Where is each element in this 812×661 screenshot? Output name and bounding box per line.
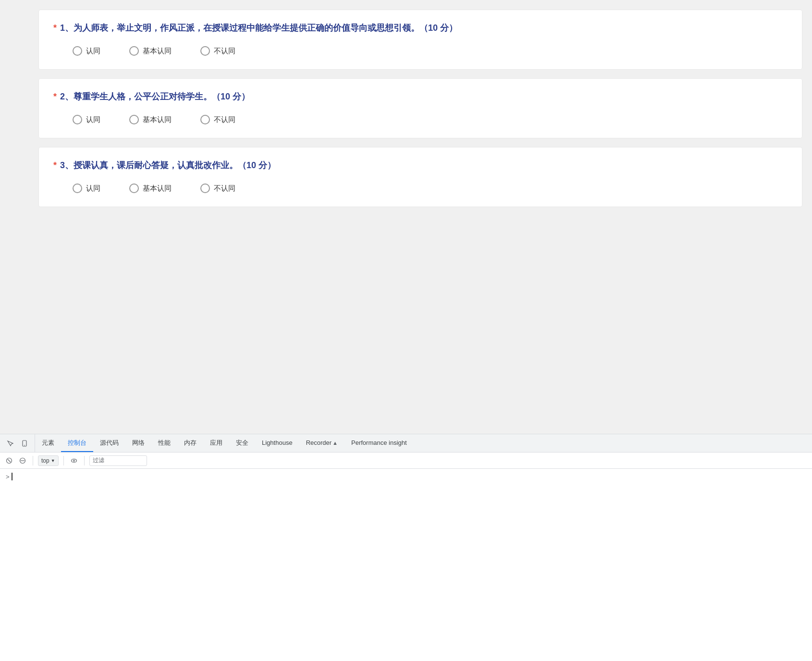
radio-q1-agree[interactable]: [73, 46, 82, 56]
question-card-1: * 1、为人师表，举止文明，作风正派，在授课过程中能给学生提供正确的价值导向或思…: [38, 10, 802, 70]
option-q2-agree[interactable]: 认同: [73, 115, 100, 124]
tab-memory-label: 内存: [184, 439, 197, 447]
option-label-q2-disagree: 不认同: [214, 115, 235, 124]
svg-line-3: [8, 459, 11, 462]
question-title-3: * 3、授课认真，课后耐心答疑，认真批改作业。（10 分）: [53, 159, 787, 172]
console-chevron-icon: >: [6, 473, 10, 480]
eye-icon-btn[interactable]: [69, 455, 79, 466]
radio-q2-disagree[interactable]: [200, 115, 210, 124]
option-q2-basic-agree[interactable]: 基本认同: [129, 115, 172, 124]
option-label-q1-disagree: 不认同: [214, 47, 235, 56]
console-prompt: >: [6, 473, 806, 480]
radio-q2-basic-agree[interactable]: [129, 115, 139, 124]
devtools-console-area[interactable]: >: [0, 469, 812, 661]
tab-network[interactable]: 网络: [125, 434, 151, 452]
tab-performance[interactable]: 性能: [151, 434, 177, 452]
tab-application[interactable]: 应用: [203, 434, 229, 452]
tab-console[interactable]: 控制台: [61, 434, 93, 452]
tab-recorder[interactable]: Recorder ▲: [299, 434, 344, 452]
tab-sources[interactable]: 源代码: [93, 434, 125, 452]
devtools-panel: 元素 控制台 源代码 网络 性能 内存 应用 安全 Lighthouse Rec…: [0, 434, 812, 661]
question-text-3: 、授课认真，课后耐心答疑，认真批改作业。（10 分）: [65, 160, 276, 170]
filter-placeholder: 过滤: [93, 456, 104, 465]
recorder-icon: ▲: [332, 440, 338, 446]
option-q1-basic-agree[interactable]: 基本认同: [129, 46, 172, 56]
option-q1-agree[interactable]: 认同: [73, 46, 100, 56]
option-label-q1-basic-agree: 基本认同: [143, 47, 172, 56]
question-number-3: 3: [60, 160, 65, 170]
tab-security-label: 安全: [236, 439, 248, 447]
devtools-icon-group: [0, 434, 35, 452]
question-card-2: * 2、尊重学生人格，公平公正对待学生。（10 分） 认同 基本认同 不认同: [38, 78, 802, 138]
question-number-2: 2: [60, 92, 65, 101]
tab-network-label: 网络: [132, 439, 145, 447]
tab-recorder-label: Recorder: [306, 439, 332, 446]
question-title-2: * 2、尊重学生人格，公平公正对待学生。（10 分）: [53, 90, 787, 103]
tab-lighthouse[interactable]: Lighthouse: [255, 434, 299, 452]
option-label-q3-basic-agree: 基本认同: [143, 184, 172, 193]
tab-elements-label: 元素: [42, 439, 54, 447]
context-selector-label: top: [41, 457, 49, 464]
tab-application-label: 应用: [210, 439, 222, 447]
tab-security[interactable]: 安全: [229, 434, 255, 452]
option-label-q2-basic-agree: 基本认同: [143, 115, 172, 124]
option-q1-disagree[interactable]: 不认同: [200, 46, 235, 56]
radio-q3-disagree[interactable]: [200, 184, 210, 193]
tab-elements[interactable]: 元素: [35, 434, 61, 452]
option-label-q2-agree: 认同: [86, 115, 100, 124]
clear-console-btn[interactable]: [4, 455, 14, 466]
required-star-2: *: [53, 92, 57, 101]
option-label-q3-agree: 认同: [86, 184, 100, 193]
question-card-3: * 3、授课认真，课后耐心答疑，认真批改作业。（10 分） 认同 基本认同 不认…: [38, 147, 802, 207]
tab-performance-label: 性能: [158, 439, 171, 447]
question-text-1: 、为人师表，举止文明，作风正派，在授课过程中能给学生提供正确的价值导向或思想引领…: [65, 23, 457, 33]
option-label-q3-disagree: 不认同: [214, 184, 235, 193]
option-q2-disagree[interactable]: 不认同: [200, 115, 235, 124]
option-q3-agree[interactable]: 认同: [73, 184, 100, 193]
mobile-icon-btn[interactable]: [18, 437, 31, 450]
required-star-1: *: [53, 23, 57, 33]
tab-performance-insights[interactable]: Performance insight: [344, 434, 414, 452]
svg-point-7: [73, 460, 74, 461]
chevron-down-icon: ▼: [51, 458, 55, 463]
cursor-icon-btn[interactable]: [4, 437, 16, 450]
options-row-2: 认同 基本认同 不认同: [53, 115, 787, 124]
tab-performance-insights-label: Performance insight: [351, 439, 407, 446]
option-q3-disagree[interactable]: 不认同: [200, 184, 235, 193]
toolbar-divider-2: [63, 456, 64, 465]
svg-point-6: [71, 459, 76, 462]
tab-sources-label: 源代码: [100, 439, 119, 447]
block-btn[interactable]: [17, 455, 28, 466]
tab-console-label: 控制台: [68, 439, 86, 447]
devtools-console-toolbar: top ▼ 过滤: [0, 453, 812, 469]
toolbar-divider-1: [33, 456, 33, 465]
options-row-1: 认同 基本认同 不认同: [53, 46, 787, 56]
console-cursor: [12, 473, 12, 480]
radio-q2-agree[interactable]: [73, 115, 82, 124]
question-title-1: * 1、为人师表，举止文明，作风正派，在授课过程中能给学生提供正确的价值导向或思…: [53, 22, 787, 35]
option-q3-basic-agree[interactable]: 基本认同: [129, 184, 172, 193]
question-text-2: 、尊重学生人格，公平公正对待学生。（10 分）: [65, 92, 250, 101]
filter-input-wrapper: 过滤: [89, 455, 147, 466]
main-content: * 1、为人师表，举止文明，作风正派，在授课过程中能给学生提供正确的价值导向或思…: [0, 0, 812, 283]
required-star-3: *: [53, 160, 57, 170]
devtools-tabs-bar: 元素 控制台 源代码 网络 性能 内存 应用 安全 Lighthouse Rec…: [0, 434, 812, 453]
question-number-1: 1: [60, 23, 65, 33]
context-selector[interactable]: top ▼: [38, 455, 59, 466]
radio-q1-basic-agree[interactable]: [129, 46, 139, 56]
option-label-q1-agree: 认同: [86, 47, 100, 56]
toolbar-divider-3: [84, 456, 85, 465]
radio-q3-basic-agree[interactable]: [129, 184, 139, 193]
tab-memory[interactable]: 内存: [177, 434, 203, 452]
tab-lighthouse-label: Lighthouse: [262, 439, 293, 446]
radio-q3-agree[interactable]: [73, 184, 82, 193]
radio-q1-disagree[interactable]: [200, 46, 210, 56]
svg-point-1: [24, 445, 25, 446]
options-row-3: 认同 基本认同 不认同: [53, 184, 787, 193]
